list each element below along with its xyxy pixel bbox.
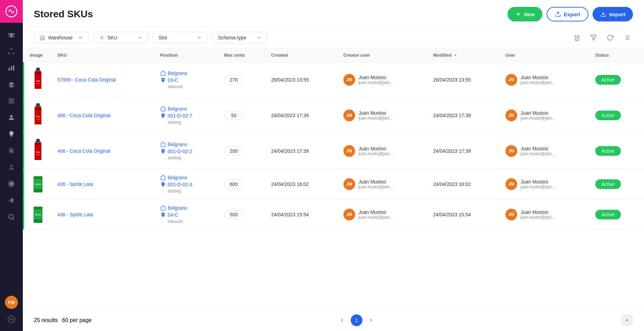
data-table: Image SKU Position Max units Created Cre… [23,48,644,309]
max-units-cell: 600 [219,169,266,199]
svg-rect-36 [35,88,41,89]
user-name: Juan Mustoo [521,146,555,151]
refresh-button[interactable] [604,31,616,44]
max-units-value: 50 [224,111,244,120]
slot-filter[interactable]: Slot [153,32,208,44]
table-row[interactable]: Sprite 436 - Sprite Lata Belgrano 001-D-… [23,169,644,199]
svg-line-20 [13,218,14,220]
svg-point-3 [11,48,12,50]
sidebar-item-chart[interactable] [4,60,19,75]
sort-button[interactable] [621,31,633,44]
status-cell: Active [590,199,644,230]
created-cell: 24/04/2023 17:39 [266,98,338,133]
header-actions: New Export Import [508,7,633,21]
export-button[interactable]: Export [547,7,589,21]
slot-code: 001-D-02-7 [168,113,192,119]
import-button[interactable]: Import [593,7,633,21]
new-button[interactable]: New [508,7,542,21]
modified-date: 24/04/2023 15:54 [433,212,471,217]
user-avatar-icon: JM [505,110,517,121]
svg-point-22 [101,37,103,38]
position-cell: Belgrano 04-C inbound [155,199,219,230]
user-email: juan.musto@jani... [521,80,555,85]
sku-filter[interactable]: SKU [93,32,149,44]
delete-filter-button[interactable] [571,31,583,44]
sku-link-cell[interactable]: 57999 - Coca Cola Original [52,62,155,98]
creator-avatar: JM [343,209,355,220]
creator-user-cell: JM Juan Mustoo juan.musto@jani... [338,133,428,169]
user-info: Juan Mustoo juan.musto@jani... [521,179,555,189]
svg-rect-6 [9,68,10,70]
modified-cell: 24/04/2023 16:02 [428,169,500,199]
col-position: Position [155,48,219,62]
user-avatar-icon: JM [505,145,517,157]
created-date: 24/04/2023 16:02 [271,181,309,187]
sku-link[interactable]: 436 - Sprite Lata [57,181,93,187]
user-info: Juan Mustoo juan.musto@jani... [521,75,555,85]
creator-user-cell: JM Juan Mustoo juan.musto@jani... [338,169,428,199]
sidebar-item-location[interactable] [4,126,19,142]
sku-link-cell[interactable]: 466 - Coca Cola Original [52,98,155,133]
filter-button[interactable] [587,31,600,44]
created-date: 26/04/2023 13:55 [271,77,309,83]
creator-info: Juan Mustoo juan.musto@jani... [359,179,393,189]
sku-link[interactable]: 466 - Coca Cola Original [57,148,110,154]
max-units-value: 270 [224,75,244,84]
prev-page-button[interactable] [336,314,348,326]
sidebar-item-list[interactable] [4,93,19,108]
creator-email: juan.musto@jani... [359,80,393,85]
creator-name: Juan Mustoo [359,110,393,116]
table-row[interactable]: Coca Cola 466 - Coca Cola Original Belgr… [23,98,644,133]
slot-type: inbound [168,84,213,89]
schema-type-filter[interactable]: Schema type [212,32,267,44]
app-logo[interactable] [0,0,23,23]
sidebar-item-nodes[interactable] [4,44,19,59]
sidebar-item-store[interactable] [4,27,19,42]
creator-info: Juan Mustoo juan.musto@jani... [359,110,393,121]
sidebar-item-user[interactable] [4,160,19,175]
sku-link[interactable]: 57999 - Coca Cola Original [57,77,116,83]
creator-name: Juan Mustoo [359,146,393,151]
user-cell: JM Juan Mustoo juan.musto@jani... [500,199,590,230]
max-units-cell: 50 [219,98,266,133]
table-row[interactable]: Coca Cola 57999 - Coca Cola Original Bel… [23,62,644,98]
slot-code: 04-C [168,212,178,218]
sidebar-item-person[interactable] [4,110,19,125]
user-email: juan.musto@jani... [521,185,555,189]
sku-link[interactable]: 466 - Coca Cola Original [57,113,110,118]
creator-avatar: JM [343,145,355,157]
user-avatar-icon: JM [505,209,517,220]
sku-link-cell[interactable]: 466 - Coca Cola Original [52,133,155,169]
sidebar-item-settings[interactable] [4,176,19,191]
user-cell: JM Juan Mustoo juan.musto@jani... [500,133,590,169]
modified-cell: 26/04/2023 13:55 [428,62,500,98]
position-cell: Belgrano 03-C inbound [155,62,219,98]
table-row[interactable]: Sprite 436 - Sprite Lata Belgrano 04-C i… [23,199,644,230]
svg-text:Cola: Cola [37,154,40,155]
user-info: Juan Mustoo juan.musto@jani... [521,110,555,121]
table-row[interactable]: Coca Cola 466 - Coca Cola Original Belgr… [23,133,644,169]
user-avatar[interactable]: FM [5,296,18,309]
col-sku: SKU [52,48,155,62]
sku-link-cell[interactable]: 436 - Sprite Lata [52,169,155,199]
sku-link-cell[interactable]: 436 - Sprite Lata [52,199,155,230]
sidebar-item-megaphone[interactable] [4,193,19,208]
user-avatar-icon: JM [505,74,517,86]
svg-rect-46 [36,139,40,142]
slot-type: slotting [168,189,213,193]
creator-avatar: JM [343,178,355,190]
modified-cell: 24/04/2023 17:39 [428,133,500,169]
sku-link[interactable]: 436 - Sprite Lata [57,212,93,217]
warehouse-filter[interactable]: Warehouse [34,32,89,44]
scroll-top-button[interactable] [621,314,633,326]
modified-cell: 24/04/2023 15:54 [428,199,500,230]
page-1-button[interactable]: 1 [351,314,362,326]
next-page-button[interactable] [365,314,377,326]
sidebar-item-home[interactable] [4,77,19,92]
svg-rect-12 [9,103,15,103]
sidebar-item-dollar[interactable]: $ [4,143,19,158]
svg-rect-11 [9,101,15,101]
sidebar-item-search[interactable] [4,209,19,225]
user-name: Juan Mustoo [521,110,555,116]
filter-bar: Warehouse SKU Slot Schema type [23,27,644,48]
